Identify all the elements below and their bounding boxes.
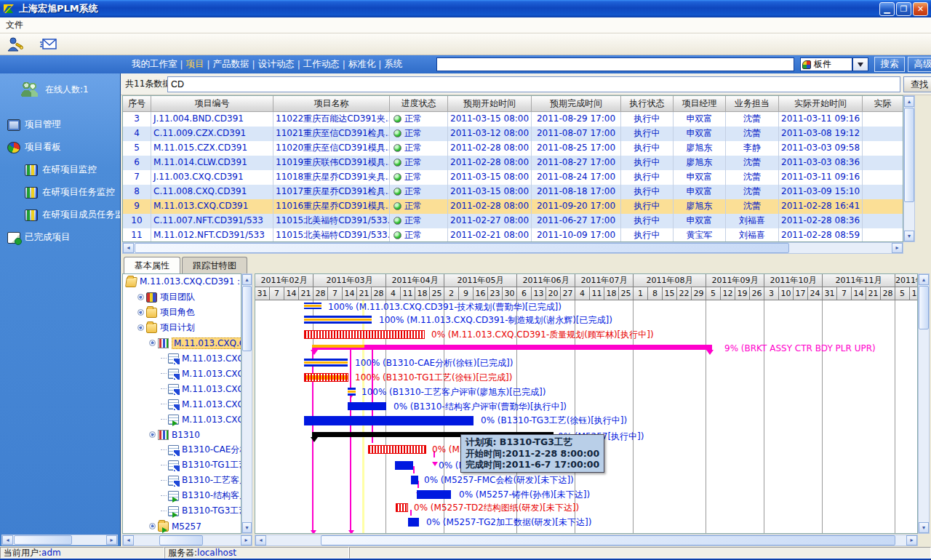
tree-expander[interactable]	[149, 523, 156, 529]
tree-item[interactable]: M.11.013.CXQ.	[123, 351, 241, 366]
tab-系统[interactable]: 系统	[382, 58, 404, 71]
sidebar-item[interactable]: 在研项目任务监控	[25, 186, 120, 199]
tree-vscrollbar[interactable]: ▴▾	[241, 273, 252, 534]
table-row[interactable]: 4C.11.009.CZX.CD39111021重庆至信CD391检具...正常…	[123, 127, 903, 141]
table-hscrollbar[interactable]: ◂▸	[122, 242, 903, 254]
table-row[interactable]: 3J.11.004.BND.CD39111022重庆百能达CD391夹...正常…	[123, 112, 903, 127]
gantt-vscrollbar[interactable]: ▴▾	[918, 273, 930, 534]
table-cell: 2011-03-15 08:00	[448, 170, 532, 185]
tree-item-label: M.11.013.CXQ.C	[182, 415, 241, 425]
table-cell: M.11.014.CLW.CD391	[151, 156, 273, 170]
tree-item[interactable]: B1310-TG3工艺	[123, 503, 241, 519]
tree-hscrollbar[interactable]: ◂▸	[122, 535, 252, 546]
tab-我的工作室[interactable]: 我的工作室	[129, 58, 180, 71]
sidebar-item[interactable]: 在研项目监控	[25, 164, 120, 176]
tree-item[interactable]: B1310-CAE分析	[123, 442, 241, 457]
find-button[interactable]: 查找	[903, 76, 931, 92]
column-header[interactable]: 业务担当	[726, 96, 779, 112]
tab-设计动态[interactable]: 设计动态	[256, 58, 297, 71]
table-cell: 6	[123, 156, 151, 170]
tree-item[interactable]: M5257	[123, 519, 241, 534]
column-header[interactable]: 预期开始时间	[448, 96, 532, 112]
tree-item[interactable]: M.11.013.CXQ.C	[123, 381, 241, 396]
tree-item[interactable]: B1310-结构客户	[123, 488, 241, 503]
table-cell: 2011-08-27 17:00	[532, 156, 621, 170]
gantt-bar[interactable]	[348, 388, 356, 396]
gantt-bar[interactable]	[304, 316, 372, 324]
tree-expander[interactable]	[149, 431, 156, 438]
tab-标准化[interactable]: 标准化	[346, 58, 378, 71]
close-button[interactable]: ✕	[913, 2, 928, 16]
table-row[interactable]: 6M.11.014.CLW.CD39111019重庆联伟CD391模具...正常…	[123, 156, 903, 170]
column-header[interactable]: 进度状态	[390, 96, 448, 112]
tree-item[interactable]: M.11.013.CXQ.C	[123, 412, 241, 427]
tab-项目[interactable]: 项目	[184, 58, 207, 71]
tree-item[interactable]: 项目计划	[123, 320, 241, 335]
mail-tool-button[interactable]	[38, 35, 60, 54]
column-header[interactable]: 预期完成时间	[532, 96, 621, 112]
tree-item[interactable]: B1310	[123, 427, 241, 442]
table-row[interactable]: 10C.11.007.NFT.CD391/53311015北美福特CD391/5…	[123, 214, 903, 228]
tree-item[interactable]: 项目角色	[123, 305, 241, 320]
gantt-bar[interactable]	[304, 373, 348, 382]
minimize-button[interactable]: ▁	[879, 2, 895, 16]
tree-item[interactable]: B1310-TG1工艺	[123, 457, 241, 473]
table-row[interactable]: 7J.11.003.CXQ.CD39111018重庆星乔CD391夹具...正常…	[123, 170, 903, 185]
gantt-bar[interactable]	[348, 402, 386, 410]
gantt-bar[interactable]	[411, 476, 418, 484]
sidebar-item[interactable]: 项目看板	[7, 141, 120, 153]
category-select[interactable]: 板件	[800, 57, 852, 71]
sidebar-item[interactable]: 已完成项目	[7, 231, 120, 244]
tab-基本属性[interactable]: 基本属性	[124, 257, 180, 274]
table-row[interactable]: 9M.11.013.CXQ.CD39111016重庆星乔CD391模具...正常…	[123, 199, 903, 214]
tree-expander[interactable]	[137, 324, 144, 331]
gantt-bar[interactable]	[395, 461, 413, 470]
table-row[interactable]: 8C.11.008.CXQ.CD39111017重庆星乔CD391检具...正常…	[123, 185, 903, 199]
user-tool-button[interactable]	[4, 35, 26, 54]
column-header[interactable]: 项目编号	[151, 96, 273, 112]
column-header[interactable]: 项目经理	[674, 96, 726, 112]
table-vscrollbar[interactable]: ▴▾	[903, 95, 915, 242]
gantt-bar[interactable]	[396, 503, 408, 512]
tree-expander[interactable]	[137, 309, 144, 316]
tree-item[interactable]: M.11.013.CXQ.C	[123, 396, 241, 412]
gantt-hscrollbar[interactable]: ◂▸	[255, 535, 918, 546]
tree-item-label: 项目角色	[160, 306, 195, 319]
column-header[interactable]: 实际开始时间	[779, 96, 863, 112]
sidebar-item[interactable]: 项目管理	[7, 119, 120, 131]
gantt-bar[interactable]	[368, 445, 426, 454]
tree-item-label: M.11.013.CXQ.C	[182, 369, 241, 379]
menu-file[interactable]: 文件	[0, 17, 29, 33]
table-row[interactable]: 11M.11.012.NFT.CD391/53311015北美福特CD391/5…	[123, 228, 903, 242]
tree-item[interactable]: M.11.013.CXQ.CD391：110	[123, 274, 241, 289]
sidebar-item[interactable]: 在研项目成员任务监控	[25, 209, 120, 221]
tree-expander[interactable]	[137, 294, 144, 300]
column-header[interactable]: 项目名称	[273, 96, 390, 112]
search-button[interactable]: 搜索	[874, 57, 905, 72]
tab-产品数据[interactable]: 产品数据	[211, 58, 252, 71]
tree-item[interactable]: M.11.013.CXQ.CD3	[123, 335, 241, 351]
gantt-bar[interactable]	[304, 303, 321, 309]
tree-item[interactable]: B1310-工艺客户	[123, 473, 241, 488]
filter-input[interactable]	[167, 76, 900, 92]
gantt-bar[interactable]	[304, 359, 348, 367]
sidebar-hscrollbar[interactable]: ◂▸	[1, 535, 118, 545]
tree-item[interactable]: M.11.013.CXQ.C	[123, 366, 241, 381]
global-search-input[interactable]	[436, 57, 794, 71]
gantt-bar[interactable]	[304, 416, 474, 425]
gantt-bar[interactable]	[417, 490, 451, 499]
gantt-bar[interactable]	[408, 518, 419, 527]
column-header[interactable]: 序号	[123, 96, 151, 112]
table-row[interactable]: 5M.11.015.CZX.CD39111020重庆至信CD391模具...正常…	[123, 141, 903, 156]
tree-item[interactable]: 项目团队	[123, 289, 241, 305]
category-dropdown-button[interactable]	[852, 57, 868, 71]
tree-expander[interactable]	[149, 340, 156, 346]
column-header[interactable]: 实际	[863, 96, 903, 112]
column-header[interactable]: 执行状态	[621, 96, 674, 112]
tab-跟踪甘特图[interactable]: 跟踪甘特图	[182, 257, 247, 274]
tab-工作动态[interactable]: 工作动态	[301, 58, 342, 71]
gantt-bar[interactable]	[304, 330, 425, 339]
advanced-search-button[interactable]: 高级	[908, 57, 931, 72]
restore-button[interactable]: ❐	[896, 2, 911, 16]
gantt-bar[interactable]	[312, 345, 712, 350]
